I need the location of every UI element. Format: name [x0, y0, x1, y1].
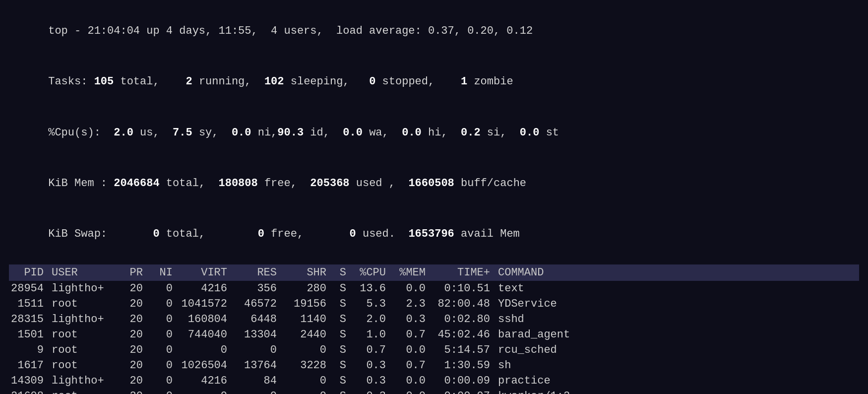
cell-s: S	[331, 298, 351, 310]
cell-user: root	[49, 328, 118, 341]
cpu-si: 0.2	[461, 127, 481, 139]
cell-time: 5:14.57	[431, 344, 495, 356]
table-header: PID USER PR NI VIRT RES SHR S %CPU %MEM …	[9, 264, 859, 281]
cell-time: 82:00.48	[431, 298, 495, 310]
cell-shr: 0	[282, 344, 331, 356]
col-user: USER	[49, 266, 118, 279]
table-row: 1511 root 20 0 1041572 46572 19156 S 5.3…	[9, 296, 859, 312]
cell-pr: 20	[118, 375, 148, 387]
cell-ni: 0	[148, 328, 178, 341]
cell-pid: 28954	[9, 282, 49, 295]
cell-s: S	[331, 390, 351, 394]
tasks-total-label: total,	[114, 75, 186, 88]
cell-shr: 19156	[282, 298, 331, 310]
cell-res: 46572	[232, 298, 282, 310]
mem-free: 180808	[219, 177, 258, 190]
swap-label: KiB Swap:	[48, 228, 153, 240]
table-body: 28954 lightho+ 20 0 4216 356 280 S 13.6 …	[9, 281, 859, 394]
cell-pid: 9	[9, 344, 49, 356]
table-row: 1501 root 20 0 744040 13304 2440 S 1.0 0…	[9, 327, 859, 342]
cell-pid: 14309	[9, 375, 49, 387]
cell-time: 0:02.80	[431, 313, 495, 326]
table-row: 28315 lightho+ 20 0 160804 6448 1140 S 2…	[9, 312, 859, 327]
cell-shr: 0	[282, 375, 331, 387]
cell-virt: 0	[178, 390, 232, 394]
cell-virt: 1041572	[178, 298, 232, 310]
cell-res: 84	[232, 375, 282, 387]
cell-virt: 4216	[178, 282, 232, 295]
col-pr: PR	[118, 266, 148, 279]
cell-res: 0	[232, 344, 282, 356]
uptime-info: top - 21:04:04 up 4 days, 11:55, 4 users…	[48, 25, 533, 37]
cell-pid: 1501	[9, 328, 49, 341]
cpu-label: %Cpu(s):	[48, 127, 114, 139]
swap-total: 0	[153, 228, 159, 240]
cell-command: rcu_sched	[495, 344, 594, 356]
mem-buff: 1660508	[408, 177, 454, 190]
cell-cpu: 0.7	[351, 344, 391, 356]
col-virt: VIRT	[178, 266, 232, 279]
cell-res: 6448	[232, 313, 282, 326]
cell-virt: 160804	[178, 313, 232, 326]
cell-mem: 0.0	[391, 282, 431, 295]
col-pid: PID	[9, 266, 49, 279]
cell-command: kworker/1:2	[495, 390, 594, 394]
header-line-3: %Cpu(s): 2.0 us, 7.5 sy, 0.0 ni,90.3 id,…	[9, 108, 859, 158]
header-line-1: top - 21:04:04 up 4 days, 11:55, 4 users…	[9, 6, 859, 57]
cell-mem: 2.3	[391, 298, 431, 310]
cell-ni: 0	[148, 313, 178, 326]
table-row: 28954 lightho+ 20 0 4216 356 280 S 13.6 …	[9, 281, 859, 296]
cell-mem: 0.7	[391, 359, 431, 372]
tasks-zombie: 1	[461, 75, 467, 88]
cell-virt: 744040	[178, 328, 232, 341]
mem-total: 2046684	[114, 177, 159, 190]
cpu-id: 90.3	[277, 127, 304, 139]
cell-shr: 1140	[282, 313, 331, 326]
cpu-wa: 0.0	[343, 127, 363, 139]
table-row: 21608 root 20 0 0 0 0 S 0.3 0.0 0:00.97 …	[9, 389, 859, 394]
cell-ni: 0	[148, 359, 178, 372]
cell-pr: 20	[118, 344, 148, 356]
cell-pr: 20	[118, 282, 148, 295]
cell-res: 13764	[232, 359, 282, 372]
cell-command: YDService	[495, 298, 594, 310]
cell-mem: 0.3	[391, 313, 431, 326]
cell-ni: 0	[148, 344, 178, 356]
cell-pid: 21608	[9, 390, 49, 394]
cell-s: S	[331, 328, 351, 341]
cell-time: 45:02.46	[431, 328, 495, 341]
cell-cpu: 0.3	[351, 359, 391, 372]
cell-shr: 280	[282, 282, 331, 295]
cell-shr: 2440	[282, 328, 331, 341]
tasks-stopped: 0	[369, 75, 375, 88]
cell-s: S	[331, 344, 351, 356]
cell-user: lightho+	[49, 313, 118, 326]
header-section: top - 21:04:04 up 4 days, 11:55, 4 users…	[9, 6, 859, 260]
cell-ni: 0	[148, 282, 178, 295]
cell-cpu: 5.3	[351, 298, 391, 310]
swap-avail: 1653796	[408, 228, 454, 240]
table-row: 1617 root 20 0 1026504 13764 3228 S 0.3 …	[9, 358, 859, 373]
cell-ni: 0	[148, 375, 178, 387]
cell-command: sh	[495, 359, 594, 372]
col-command: COMMAND	[495, 266, 594, 279]
cell-time: 0:10.51	[431, 282, 495, 295]
cell-mem: 0.0	[391, 344, 431, 356]
cell-user: lightho+	[49, 375, 118, 387]
cell-virt: 1026504	[178, 359, 232, 372]
col-s: S	[331, 266, 351, 279]
cell-cpu: 13.6	[351, 282, 391, 295]
cpu-hi: 0.0	[402, 127, 422, 139]
cell-shr: 0	[282, 390, 331, 394]
cpu-us: 2.0	[114, 127, 133, 139]
cpu-ni: 0.0	[232, 127, 251, 139]
cell-user: root	[49, 298, 118, 310]
cell-time: 1:30.59	[431, 359, 495, 372]
header-line-4: KiB Mem : 2046684 total, 180808 free, 20…	[9, 158, 859, 209]
cell-command: text	[495, 282, 594, 295]
cell-cpu: 1.0	[351, 328, 391, 341]
cell-shr: 3228	[282, 359, 331, 372]
tasks-sleeping: 102	[264, 75, 284, 88]
col-res: RES	[232, 266, 282, 279]
cell-res: 0	[232, 390, 282, 394]
